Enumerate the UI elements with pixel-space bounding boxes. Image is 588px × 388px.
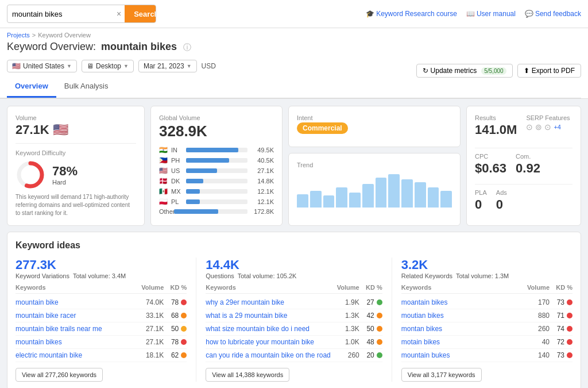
desktop-icon: 🖥: [87, 62, 94, 70]
trend-bar-3: [336, 187, 347, 208]
keyword-kd: 42: [359, 312, 382, 320]
keyword-link[interactable]: moantain bikes: [401, 298, 521, 306]
kd-dot: [567, 326, 572, 332]
kd-dot: [181, 352, 187, 358]
keyword-link[interactable]: mountain bukes: [401, 351, 521, 359]
keyword-link[interactable]: mountain bike racer: [16, 312, 135, 320]
table-row: mountain bukes 140 73: [401, 349, 572, 362]
user-manual-link[interactable]: 📖 User manual: [466, 10, 516, 18]
results-value: 141.0M: [475, 122, 517, 137]
serp-plus: +4: [554, 124, 561, 130]
related-total: Total volume: 1.3M: [456, 272, 509, 279]
results-label: Results: [475, 114, 517, 121]
keyword-link[interactable]: why a 29er mountain bike: [206, 298, 330, 306]
results-serp-card: Results 141.0M SERP Features ⊙ ⊚ ⊙ +4 CP…: [466, 106, 581, 226]
keyword-course-link[interactable]: 🎓 Keyword Research course: [366, 10, 457, 18]
other-value: 172.8K: [251, 208, 274, 215]
kd-row: 78% Hard: [16, 160, 136, 190]
ads-label: Ads: [496, 189, 507, 196]
results-section: Results 141.0M: [475, 114, 517, 137]
keyword-link[interactable]: montan bikes: [401, 325, 521, 333]
table-row: what is a 29 mountain bike 1.3K 42: [206, 309, 382, 322]
us-flag-small: 🇺🇸: [53, 122, 68, 137]
bar-row-us: 🇺🇸 US 27.1K: [159, 167, 274, 175]
keyword-link[interactable]: how to lubricate your mountain bike: [206, 338, 330, 346]
pla-label: PLA: [475, 189, 487, 196]
keyword-kd: 62: [164, 351, 187, 359]
flag-dk: 🇩🇰: [159, 177, 168, 185]
keyword-volume: 880: [521, 312, 550, 320]
breadcrumb-projects[interactable]: Projects: [7, 32, 30, 39]
kd-description: This keyword will demand 171 high-author…: [16, 193, 136, 217]
update-metrics-button[interactable]: ↻ Update metrics 5/5,000: [416, 64, 513, 78]
keyword-kd: 78: [164, 298, 187, 306]
bar-row-pl: 🇵🇱 PL 12.1K: [159, 198, 274, 206]
view-all-questions-button[interactable]: View all 14,388 keywords: [206, 368, 289, 382]
serp-section: SERP Features ⊙ ⊚ ⊙ +4: [526, 114, 570, 137]
tab-bulk-analysis[interactable]: Bulk Analysis: [56, 76, 117, 98]
keyword-link[interactable]: what size mountain bike do i need: [206, 325, 330, 333]
bar-value: 12.1K: [251, 188, 274, 195]
keyword-volume: 74.0K: [135, 298, 164, 306]
serp-icons: ⊙ ⊚ ⊙ +4: [526, 122, 570, 132]
view-all-related-button[interactable]: View all 3,177 keywords: [401, 368, 482, 382]
keyword-volume: 1.3K: [331, 312, 359, 320]
keyword-link[interactable]: mountain bike: [16, 298, 135, 306]
bar-fill: [186, 158, 229, 163]
global-volume-card: Global Volume 328.9K 🇮🇳 IN 49.5K 🇵🇭 PH 4…: [150, 106, 283, 226]
intent-card: Intent Commercial: [288, 106, 461, 147]
date-filter[interactable]: Mar 21, 2023 ▼: [138, 60, 197, 72]
other-bar-row: Other 172.8K: [159, 208, 274, 215]
search-input[interactable]: [7, 10, 113, 18]
export-pdf-button[interactable]: ⬆ Export to PDF: [517, 64, 581, 78]
view-all-variations-button[interactable]: View all 277,260 keywords: [16, 368, 103, 382]
search-button[interactable]: Search: [125, 5, 156, 23]
variations-label: Keyword Variations: [16, 272, 69, 279]
other-bar-track: [174, 209, 247, 214]
kd-dot: [377, 339, 382, 345]
keyword-link[interactable]: motain bikes: [401, 338, 521, 346]
flag-in: 🇮🇳: [159, 146, 168, 154]
variations-col-header: Keywords Volume KD %: [16, 284, 187, 294]
keyword-volume: 260: [521, 325, 550, 333]
kd-dot: [377, 352, 382, 358]
trend-bar-9: [415, 182, 426, 208]
global-value: 328.9K: [159, 122, 274, 140]
questions-col: 14.4K Questions Total volume: 105.2K Key…: [196, 258, 392, 382]
trend-chart: [297, 173, 452, 208]
ads-value: 0: [496, 197, 507, 212]
bar-track: [186, 199, 247, 204]
country-filter[interactable]: 🇺🇸 United States ▼: [7, 60, 77, 72]
keyword-link[interactable]: mountain bikes: [16, 338, 135, 346]
search-clear-button[interactable]: ×: [113, 9, 125, 18]
serp-icon-1: ⊙: [526, 122, 533, 132]
device-filter[interactable]: 🖥 Desktop ▼: [82, 60, 134, 72]
variations-total: Total volume: 3.4M: [73, 272, 126, 279]
trend-bar-4: [349, 193, 361, 208]
volume-value: 27.1K 🇺🇸: [16, 122, 136, 137]
trend-bar-0: [297, 194, 308, 208]
table-row: why a 29er mountain bike 1.9K 27: [206, 296, 382, 309]
bar-track: [186, 168, 247, 173]
tab-overview[interactable]: Overview: [7, 76, 56, 98]
kd-dot: [377, 313, 382, 318]
update-badge: 5/5,000: [481, 67, 506, 75]
related-rows: moantain bikes 170 73 moutian bikes 880 …: [401, 296, 572, 362]
keyword-link[interactable]: can you ride a mountain bike on the road: [206, 351, 330, 359]
keyword-kd: 73: [550, 351, 572, 359]
send-feedback-link[interactable]: 💬 Send feedback: [525, 10, 581, 18]
keyword-link[interactable]: mountain bike trails near me: [16, 325, 135, 333]
keyword-volume: 260: [331, 351, 359, 359]
keyword-link[interactable]: electric mountain bike: [16, 351, 135, 359]
com-section: Com. 0.92: [516, 153, 540, 176]
questions-count: 14.4K: [206, 258, 382, 272]
flag-mx: 🇲🇽: [159, 187, 168, 195]
keyword-link[interactable]: moutian bikes: [401, 312, 521, 320]
country-label: US: [171, 167, 183, 174]
kd-dot: [567, 313, 572, 318]
trend-bar-11: [440, 191, 452, 208]
kd-dot: [377, 299, 382, 305]
keyword-link[interactable]: what is a 29 mountain bike: [206, 312, 330, 320]
trend-bar-7: [388, 174, 400, 208]
flag-ph: 🇵🇭: [159, 156, 168, 164]
